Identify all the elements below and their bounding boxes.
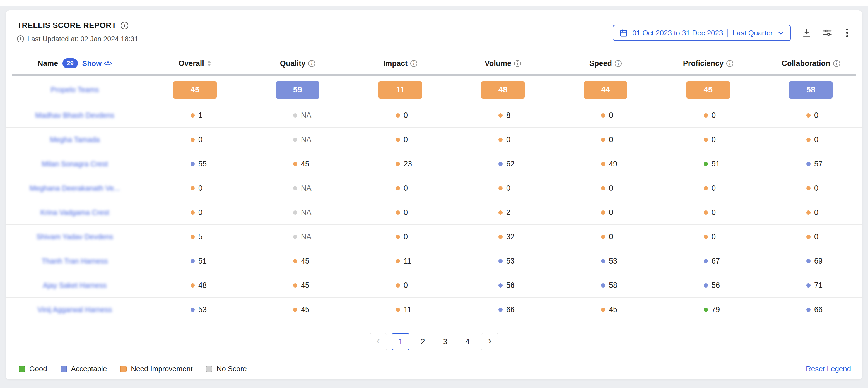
score-badge: 59 (276, 81, 319, 98)
info-icon[interactable]: i (410, 60, 417, 67)
column-header-impact[interactable]: Impacti (349, 59, 452, 68)
score-cell: 0 (657, 136, 760, 144)
score-cell: 71 (760, 281, 862, 290)
column-header-quality[interactable]: Qualityi (246, 59, 349, 68)
score-dot (396, 259, 400, 263)
score-dot (498, 186, 503, 190)
score-cell: 51 (144, 257, 246, 265)
score-cell: NA (246, 208, 349, 217)
info-icon[interactable]: i (514, 60, 521, 67)
pagination-prev-button[interactable]: ‹ (370, 333, 387, 350)
score-cell: 0 (657, 233, 760, 241)
score-badge: 48 (481, 81, 525, 98)
score-value: NA (301, 136, 312, 144)
member-name-link[interactable]: Vinij Aggarwal Harness (38, 305, 112, 314)
calendar-icon (619, 29, 628, 37)
score-cell: NA (246, 184, 349, 192)
info-icon[interactable]: i (615, 60, 622, 67)
horizontal-scrollbar[interactable] (12, 74, 856, 77)
score-cell: 5 (144, 233, 246, 241)
score-value: 11 (404, 305, 411, 314)
legend-item-green[interactable]: Good (19, 364, 47, 373)
pagination-page-3[interactable]: 3 (436, 333, 454, 350)
score-cell: 0 (657, 184, 760, 192)
score-dot (601, 186, 605, 190)
info-icon[interactable]: i (308, 60, 315, 67)
score-cell: 66 (452, 305, 554, 314)
info-icon: i (17, 35, 24, 42)
member-name-link[interactable]: Madhav Bhash Devdens (35, 111, 114, 119)
summary-score-cell: 45 (144, 81, 246, 98)
table-body: Madhav Bhash Devdens1NA08000Megha Tamada… (6, 103, 862, 322)
legend-item-orange[interactable]: Need Improvement (120, 364, 192, 373)
date-preset-label: Last Quarter (733, 29, 773, 37)
score-value: 0 (712, 136, 716, 144)
score-value: 49 (609, 160, 617, 168)
score-value: NA (301, 184, 312, 192)
pagination-next-button[interactable]: › (481, 333, 498, 350)
score-value: 55 (198, 160, 207, 168)
name-cell: Propelo Teams (6, 85, 144, 94)
member-name-link[interactable]: Krina Vadgama Crest (40, 208, 109, 217)
score-cell: 0 (349, 111, 452, 120)
team-name-link[interactable]: Propelo Teams (51, 85, 99, 94)
more-options-button[interactable] (843, 28, 851, 38)
member-name-link[interactable]: Thanh Tran Harness (41, 257, 108, 265)
score-dot (396, 162, 400, 166)
info-icon[interactable]: i (833, 60, 840, 67)
member-name-link[interactable]: Ajay Saket Harness (43, 281, 106, 290)
legend-item-gray[interactable]: No Score (206, 364, 247, 373)
score-value: 0 (404, 184, 408, 192)
column-header-overall[interactable]: Overall (144, 59, 246, 68)
score-dot (806, 210, 810, 215)
score-cell: 0 (760, 233, 862, 241)
score-value: 45 (301, 305, 309, 314)
reset-legend-link[interactable]: Reset Legend (806, 364, 851, 373)
report-header: TRELLIS SCORE REPORT i i Last Updated at… (6, 10, 862, 43)
member-name-link[interactable]: Shivam Yadav Devdens (36, 233, 113, 241)
score-value: 0 (712, 111, 716, 120)
download-button[interactable] (802, 28, 811, 38)
column-label: Volume (485, 59, 512, 68)
summary-score-cell: 48 (452, 81, 554, 98)
score-value: 0 (609, 184, 613, 192)
sort-icon[interactable] (207, 60, 211, 67)
pagination-page-1[interactable]: 1 (392, 333, 409, 350)
legend-item-blue[interactable]: Acceptable (61, 364, 107, 373)
score-value: 0 (506, 184, 510, 192)
info-icon[interactable]: i (121, 22, 128, 29)
column-header-speed[interactable]: Speedi (554, 59, 657, 68)
member-name-link[interactable]: Megha Tamada (50, 136, 100, 144)
column-header-volume[interactable]: Volumei (452, 59, 554, 68)
score-cell: 23 (349, 160, 452, 168)
score-cell: 53 (452, 257, 554, 265)
score-value: 0 (609, 208, 613, 217)
score-dot (704, 162, 708, 166)
column-header-proficiency[interactable]: Proficiencyi (657, 59, 760, 68)
score-dot (806, 186, 810, 190)
pagination-page-4[interactable]: 4 (459, 333, 476, 350)
chevron-down-icon (777, 30, 784, 36)
pagination-page-2[interactable]: 2 (414, 333, 432, 350)
score-dot (601, 235, 605, 239)
show-link[interactable]: Show (82, 59, 112, 68)
score-badge: 11 (378, 81, 422, 98)
score-value: 32 (506, 233, 515, 241)
score-dot (704, 138, 708, 142)
date-range-picker[interactable]: 01 Oct 2023 to 31 Dec 2023 Last Quarter (613, 25, 791, 41)
column-label: Impact (383, 59, 407, 68)
score-value: 0 (506, 136, 510, 144)
score-cell: 0 (554, 136, 657, 144)
score-dot (396, 113, 400, 118)
score-cell: 55 (144, 160, 246, 168)
member-name-link[interactable]: Meghana Deerakanath Ve... (30, 184, 120, 192)
legend-row: GoodAcceptableNeed ImprovementNo Score R… (19, 364, 851, 373)
score-cell: 49 (554, 160, 657, 168)
column-header-collaboration[interactable]: Collaborationi (760, 59, 862, 68)
score-cell: 45 (246, 281, 349, 290)
score-dot (498, 138, 503, 142)
settings-sliders-button[interactable] (823, 28, 832, 38)
member-name-link[interactable]: Milan Sonagra Crest (42, 160, 108, 168)
score-cell: 0 (760, 111, 862, 120)
info-icon[interactable]: i (726, 60, 733, 67)
